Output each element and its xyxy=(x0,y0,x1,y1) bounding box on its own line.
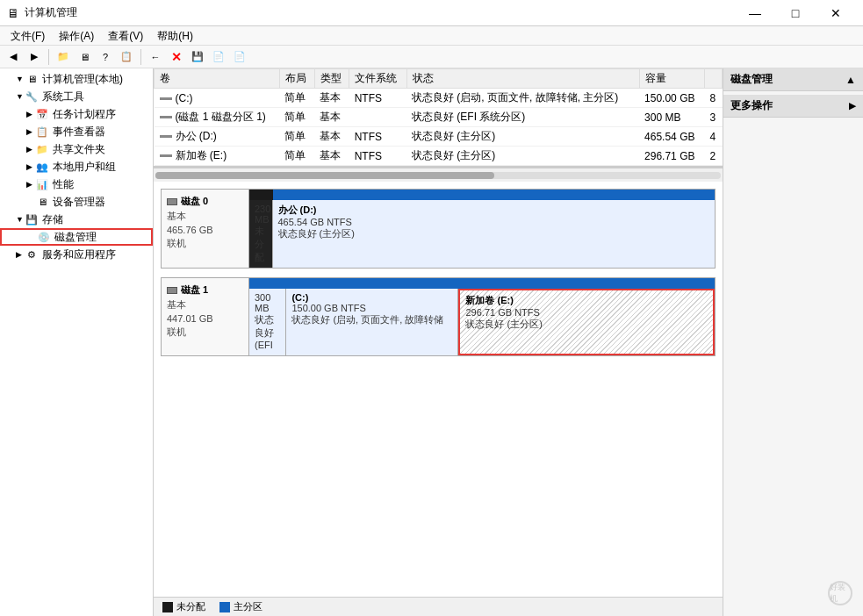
sidebar-item-local-users[interactable]: ▶ 👥 本地用户和组 xyxy=(0,158,153,175)
sidebar-item-device-mgr[interactable]: 🖥 设备管理器 xyxy=(0,193,153,211)
stop-button[interactable]: ✕ xyxy=(167,47,186,67)
doc-button1[interactable]: 📄 xyxy=(209,47,228,67)
calendar-icon: 📅 xyxy=(35,107,49,121)
col-header-layout[interactable]: 布局 xyxy=(279,69,314,89)
cell-num: 2 xyxy=(705,147,723,166)
disk-0-unalloc-status: 未分配 xyxy=(255,225,267,264)
col-header-status[interactable]: 状态 xyxy=(406,69,639,89)
expand-arrow8 xyxy=(26,197,35,206)
disk-0-label: 磁盘 0 xyxy=(181,195,208,208)
menu-file[interactable]: 文件(F) xyxy=(4,26,52,46)
legend-primary: 主分区 xyxy=(219,600,262,613)
sidebar-item-disk-mgmt[interactable]: 💿 磁盘管理 xyxy=(0,228,153,246)
col-header-capacity[interactable]: 容量 xyxy=(639,69,704,89)
cell-fs xyxy=(349,108,406,127)
disk-0-part-d[interactable]: 办公 (D:) 465.54 GB NTFS 状态良好 (主分区) xyxy=(273,200,716,268)
disk-1-bar xyxy=(249,278,715,289)
minimize-button[interactable]: — xyxy=(735,0,775,26)
disk-0-cells: 230 MB 未分配 办公 (D:) 465.54 GB NTFS 状态良好 (… xyxy=(249,200,715,268)
disk-1-c-size: 150.00 GB NTFS xyxy=(291,303,452,313)
sidebar-item-event-viewer[interactable]: ▶ 📋 事件查看器 xyxy=(0,123,153,140)
h-scrollbar[interactable] xyxy=(154,168,723,182)
cell-capacity: 296.71 GB xyxy=(639,147,704,166)
col-header-type[interactable]: 类型 xyxy=(314,69,349,89)
separator2 xyxy=(140,49,141,65)
cell-capacity: 150.00 GB xyxy=(639,89,704,108)
sidebar-label-services-apps: 服务和应用程序 xyxy=(42,247,116,262)
doc-button2[interactable]: 📄 xyxy=(230,47,249,67)
disk-0-card: 磁盘 0 基本 465.76 GB 联机 230 MB 未分配 xyxy=(161,189,716,269)
disk-1-info: 磁盘 1 基本 447.01 GB 联机 xyxy=(162,278,249,355)
col-header-num[interactable] xyxy=(705,69,723,89)
ops-more-arrow[interactable]: ▶ xyxy=(849,101,856,111)
sidebar-label-storage: 存储 xyxy=(42,212,63,227)
watermark-circle: 好装机 xyxy=(828,581,852,605)
table-row[interactable]: 新加卷 (E:) 简单 基本 NTFS 状态良好 (主分区) 296.71 GB… xyxy=(155,147,723,166)
folder-button[interactable]: 📁 xyxy=(54,47,73,67)
help-button[interactable]: ? xyxy=(96,47,115,67)
col-header-fs[interactable]: 文件系统 xyxy=(349,69,406,89)
close-button[interactable]: ✕ xyxy=(816,0,856,26)
disk-1-e-name: 新加卷 (E:) xyxy=(465,294,708,307)
disk-1-card: 磁盘 1 基本 447.01 GB 联机 300 MB xyxy=(161,277,716,356)
disk-1-part-e[interactable]: 新加卷 (E:) 296.71 GB NTFS 状态良好 (主分区) xyxy=(458,289,715,355)
sidebar-label-disk-mgmt: 磁盘管理 xyxy=(54,230,97,245)
disk-0-d-status: 状态良好 (主分区) xyxy=(278,227,710,240)
cell-status: 状态良好 (启动, 页面文件, 故障转储, 主分区) xyxy=(406,89,639,108)
sidebar-item-system-tools[interactable]: ▼ 🔧 系统工具 xyxy=(0,88,153,105)
disk-1-part-c[interactable]: (C:) 150.00 GB NTFS 状态良好 (启动, 页面文件, 故障转储 xyxy=(286,289,458,355)
clipboard-button[interactable]: 📋 xyxy=(117,47,136,67)
arrow-button[interactable]: ← xyxy=(146,47,165,67)
sidebar-item-task-scheduler[interactable]: ▶ 📅 任务计划程序 xyxy=(0,105,153,123)
expand-arrow7: ▶ xyxy=(26,180,35,189)
disk-1-part-efi[interactable]: 300 MB 状态良好 (EFI xyxy=(249,289,286,355)
forward-button[interactable]: ▶ xyxy=(25,47,44,67)
window-controls: — □ ✕ xyxy=(735,0,856,26)
table-row[interactable]: (磁盘 1 磁盘分区 1) 简单 基本 状态良好 (EFI 系统分区) 300 … xyxy=(155,108,723,127)
disk-1-c-status: 状态良好 (启动, 页面文件, 故障转储 xyxy=(291,313,452,326)
sidebar-item-shared-folders[interactable]: ▶ 📁 共享文件夹 xyxy=(0,140,153,158)
disk-1-label: 磁盘 1 xyxy=(181,283,208,297)
disk-mgmt-icon: 💿 xyxy=(37,230,51,244)
sidebar-label-event-viewer: 事件查看器 xyxy=(53,125,105,140)
perf-icon: 📊 xyxy=(35,177,49,191)
disk-1-icon xyxy=(167,287,177,294)
ops-more-label: 更多操作 xyxy=(730,98,773,113)
table-row[interactable]: 办公 (D:) 简单 基本 NTFS 状态良好 (主分区) 465.54 GB … xyxy=(155,127,723,147)
expand-arrow9: ▼ xyxy=(16,215,25,224)
menu-help[interactable]: 帮助(H) xyxy=(150,26,200,46)
save-button[interactable]: 💾 xyxy=(188,47,207,67)
legend-unallocated-label: 未分配 xyxy=(176,600,205,613)
sidebar: ▼ 🖥 计算机管理(本地) ▼ 🔧 系统工具 ▶ 📅 任务计划程序 ▶ 📋 事件… xyxy=(0,68,154,616)
window-title: 计算机管理 xyxy=(25,5,77,20)
ops-title-disk-mgmt[interactable]: 磁盘管理 ▲ xyxy=(723,68,863,91)
disk-0-bar xyxy=(249,190,715,200)
title-bar: 🖥 计算机管理 — □ ✕ xyxy=(0,0,863,26)
toolbar: ◀ ▶ 📁 🖥 ? 📋 ← ✕ 💾 📄 📄 xyxy=(0,46,863,68)
sidebar-item-computer-mgmt[interactable]: ▼ 🖥 计算机管理(本地) xyxy=(0,70,153,88)
sidebar-item-services-apps[interactable]: ▶ ⚙ 服务和应用程序 xyxy=(0,246,153,263)
cell-capacity: 300 MB xyxy=(639,108,704,127)
cell-num: 8 xyxy=(705,89,723,108)
cell-type: 基本 xyxy=(314,89,349,108)
expand-arrow11: ▶ xyxy=(16,250,25,259)
computer-button[interactable]: 🖥 xyxy=(75,47,94,67)
main-container: ▼ 🖥 计算机管理(本地) ▼ 🔧 系统工具 ▶ 📅 任务计划程序 ▶ 📋 事件… xyxy=(0,68,863,616)
back-button[interactable]: ◀ xyxy=(4,47,23,67)
ops-collapse-arrow[interactable]: ▲ xyxy=(845,74,856,86)
disk-0-part-unalloc[interactable]: 230 MB 未分配 xyxy=(249,200,273,268)
col-header-volume[interactable]: 卷 xyxy=(155,69,280,89)
maximize-button[interactable]: □ xyxy=(775,0,816,26)
sidebar-item-storage[interactable]: ▼ 💾 存储 xyxy=(0,211,153,228)
table-row[interactable]: (C:) 简单 基本 NTFS 状态良好 (启动, 页面文件, 故障转储, 主分… xyxy=(155,89,723,108)
disk-1-title: 磁盘 1 xyxy=(167,283,243,297)
sidebar-item-performance[interactable]: ▶ 📊 性能 xyxy=(0,175,153,193)
disk-0-d-name: 办公 (D:) xyxy=(278,204,710,217)
menu-view[interactable]: 查看(V) xyxy=(101,26,150,46)
cell-status: 状态良好 (主分区) xyxy=(406,147,639,166)
disk-0-status: 联机 xyxy=(167,237,243,250)
disk-1-bar-c xyxy=(405,278,560,289)
ops-title-more[interactable]: 更多操作 ▶ xyxy=(723,95,863,118)
cell-type: 基本 xyxy=(314,108,349,127)
menu-action[interactable]: 操作(A) xyxy=(52,26,101,46)
